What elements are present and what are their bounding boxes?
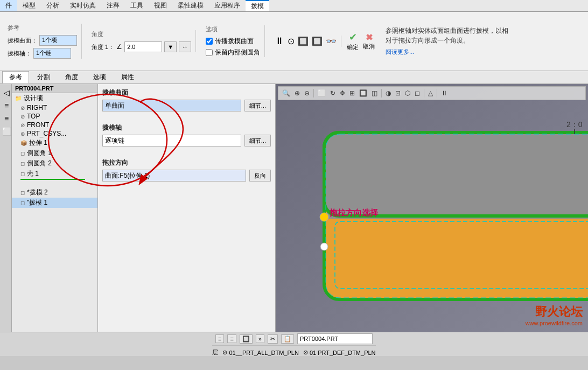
model-3d-svg: 2：0 bbox=[276, 84, 588, 332]
toolbar-angle-section: 角度 角度 1： ∠ ▼ ↔ bbox=[87, 30, 196, 52]
tree-item-top[interactable]: ⊘ TOP bbox=[12, 112, 97, 121]
pause-icon[interactable]: ⏸ bbox=[275, 36, 284, 47]
angle1-input[interactable] bbox=[124, 41, 162, 52]
status-icon3[interactable]: 🔲 bbox=[240, 334, 253, 344]
view-icon2[interactable]: 🔲 bbox=[298, 36, 309, 46]
vp-rotate[interactable]: ↻ bbox=[328, 89, 337, 97]
toolbar-view-icons: ⏸ ⊙ 🔲 🔲 👓 bbox=[270, 36, 341, 47]
tree-item-round2[interactable]: ◻ 倒圆角 2 bbox=[12, 158, 97, 169]
draft-axis-input[interactable]: 1个链 bbox=[33, 48, 71, 59]
tree-icon-design: 📁 bbox=[15, 95, 22, 101]
tab-options[interactable]: 选项 bbox=[86, 71, 113, 83]
vp-hidden[interactable]: ◻ bbox=[413, 89, 422, 97]
confirm-button[interactable]: ✔ 确定 bbox=[347, 31, 359, 51]
tree-item-extrude[interactable]: 📦 拉伸 1 bbox=[12, 138, 97, 148]
sidebar-icon-3[interactable]: ≡ bbox=[0, 112, 13, 125]
angle-reverse-btn[interactable]: ↔ bbox=[179, 41, 191, 52]
tree-item-front[interactable]: ⊘ FRONT bbox=[12, 121, 97, 129]
vp-shading[interactable]: ◑ bbox=[384, 89, 393, 97]
vp-analysis[interactable]: △ bbox=[426, 89, 435, 97]
tree-item-design[interactable]: 📁 设计项 bbox=[12, 93, 97, 103]
status-icon4[interactable]: » bbox=[256, 334, 264, 343]
menu-file[interactable]: 件 bbox=[0, 0, 17, 11]
vp-sep3 bbox=[424, 89, 424, 97]
vp-iso[interactable]: ◫ bbox=[370, 89, 379, 97]
vp-pause[interactable]: ⏸ bbox=[439, 89, 449, 97]
view-icon4[interactable]: 👓 bbox=[326, 36, 337, 46]
draft-surface-panel-input[interactable] bbox=[102, 100, 241, 111]
draft-surface-row: 拨模曲面： 1个项 bbox=[8, 35, 77, 46]
menu-view[interactable]: 视图 bbox=[149, 0, 172, 11]
reference-label: 参考 bbox=[8, 24, 77, 32]
tree-label-draft2: *拨模 2 bbox=[27, 188, 48, 197]
menu-model[interactable]: 模型 bbox=[17, 0, 41, 11]
menu-flexible[interactable]: 柔性建模 bbox=[172, 0, 209, 11]
tree-label-round2: 倒圆角 2 bbox=[27, 159, 52, 168]
x-icon: ✖ bbox=[366, 32, 373, 43]
cancel-button[interactable]: ✖ 取消 bbox=[363, 32, 375, 51]
drag-direction-panel-input[interactable] bbox=[102, 170, 246, 181]
angle-icon: ∠ bbox=[116, 43, 122, 51]
vp-pan[interactable]: ✥ bbox=[338, 89, 347, 97]
vp-frame[interactable]: ⬜ bbox=[316, 89, 327, 97]
vp-edges[interactable]: ⬡ bbox=[403, 89, 412, 97]
angle-dropdown-btn[interactable]: ▼ bbox=[164, 41, 177, 52]
toolbar-area: 参考 拨模曲面： 1个项 拨模轴： 1个链 角度 角度 1： ∠ ▼ ↔ 选项 … bbox=[0, 12, 588, 71]
vp-zoom-in[interactable]: 🔍 bbox=[281, 89, 292, 97]
status-icon1[interactable]: ≡ bbox=[215, 334, 224, 343]
preserve-checkbox[interactable] bbox=[206, 49, 213, 56]
menu-tools[interactable]: 工具 bbox=[125, 0, 149, 11]
tree-item-draft1[interactable]: ◻ "拨模 1 bbox=[12, 198, 97, 208]
tree-label-right: RIGHT bbox=[27, 104, 47, 111]
watermark-title: 野火论坛 bbox=[526, 304, 583, 320]
layer-label: 层 bbox=[212, 348, 218, 357]
vp-zoom-box[interactable]: ⊞ bbox=[348, 89, 356, 97]
draft-surface-details-btn[interactable]: 细节... bbox=[244, 100, 271, 111]
tab-split[interactable]: 分割 bbox=[30, 71, 57, 83]
vp-sep4 bbox=[437, 89, 437, 97]
draft-surface-input[interactable]: 1个项 bbox=[39, 35, 77, 46]
tab-angle[interactable]: 角度 bbox=[58, 71, 85, 83]
tab-properties[interactable]: 属性 bbox=[114, 71, 141, 83]
status-icon2[interactable]: ≡ bbox=[227, 334, 236, 343]
help-area: 参照枢轴对实体或面组曲面进行拨模，以相对于拖拉方向形成一个角度。 阅读更多... bbox=[380, 24, 515, 59]
left-sidebar: ◁ ≡ ≡ ⬜ bbox=[0, 84, 12, 332]
tree-icon-right: ⊘ bbox=[20, 105, 25, 111]
view-icon3[interactable]: 🔲 bbox=[312, 36, 323, 46]
draft-axis-details-btn[interactable]: 细节... bbox=[244, 135, 271, 146]
vp-wireframe[interactable]: ⊡ bbox=[394, 89, 402, 97]
menu-simulation[interactable]: 实时仿真 bbox=[65, 0, 101, 11]
tab-reference[interactable]: 参考 bbox=[2, 71, 29, 83]
tree-item-round1[interactable]: ◻ 倒圆角 1 bbox=[12, 148, 97, 158]
tree-item-right[interactable]: ⊘ RIGHT bbox=[12, 103, 97, 112]
view-icon1[interactable]: ⊙ bbox=[288, 36, 295, 46]
panel-draft-surface-group: 拨模曲面 细节... bbox=[102, 88, 271, 114]
sidebar-icon-2[interactable]: ≡ bbox=[0, 99, 13, 112]
status-filename[interactable] bbox=[297, 333, 373, 344]
layer-label-1: 01__PRT_ALL_DTM_PLN bbox=[229, 350, 298, 356]
reverse-btn[interactable]: 反向 bbox=[249, 170, 271, 181]
draft-axis-row: 拨模轴： 1个链 bbox=[8, 48, 77, 59]
tree-item-draft2[interactable]: ◻ *拨模 2 bbox=[12, 187, 97, 198]
tree-item-csys[interactable]: ⊕ PRT_CSYS... bbox=[12, 129, 97, 138]
vp-zoom-out[interactable]: ⊖ bbox=[303, 89, 311, 97]
menu-apps[interactable]: 应用程序 bbox=[209, 0, 246, 11]
tree-item-shell[interactable]: ◻ 壳 1 bbox=[12, 169, 97, 179]
propagate-checkbox[interactable] bbox=[206, 38, 213, 45]
sidebar-icon-1[interactable]: ◁ bbox=[0, 86, 13, 99]
vp-zoom-in2[interactable]: ⊕ bbox=[293, 89, 302, 97]
sidebar-icon-4[interactable]: ⬜ bbox=[0, 125, 13, 138]
vp-perspective[interactable]: 🔲 bbox=[358, 89, 369, 97]
status-icon5[interactable]: ✂ bbox=[268, 334, 278, 344]
menu-annotation[interactable]: 注释 bbox=[101, 0, 125, 11]
menu-draft[interactable]: 拨模 bbox=[246, 0, 269, 11]
draft-axis-label: 拨模轴： bbox=[8, 50, 31, 58]
propagate-row: 传播拨模曲面 bbox=[206, 37, 260, 46]
preserve-label: 保留内部侧圆角 bbox=[215, 48, 260, 57]
cancel-label: 取消 bbox=[363, 43, 375, 51]
menu-analysis[interactable]: 分析 bbox=[41, 0, 65, 11]
help-link[interactable]: 阅读更多... bbox=[386, 47, 509, 57]
drag-direction-input-row: 反向 bbox=[102, 170, 271, 181]
status-icon6[interactable]: 📋 bbox=[281, 334, 294, 344]
draft-axis-panel-input[interactable] bbox=[102, 135, 241, 146]
